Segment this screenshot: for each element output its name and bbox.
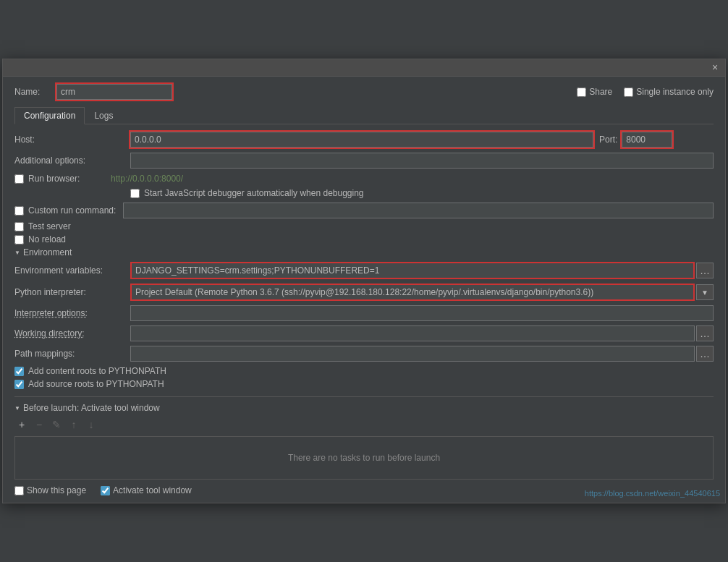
title-bar: ×: [3, 59, 725, 77]
tab-configuration[interactable]: Configuration: [14, 107, 85, 124]
run-browser-row: Run browser: http://0.0.0.0:8000/: [14, 174, 714, 184]
env-vars-row: Environment variables: …: [14, 262, 714, 279]
show-this-page-label[interactable]: Show this page: [14, 485, 86, 495]
before-launch-section: ▼ Before launch: Activate tool window + …: [14, 396, 714, 495]
interpreter-options-input[interactable]: [130, 305, 714, 321]
before-launch-triangle-icon: ▼: [14, 405, 20, 412]
activate-tool-window-checkbox[interactable]: [101, 486, 110, 495]
show-this-page-checkbox[interactable]: [14, 486, 24, 495]
before-launch-header[interactable]: ▼ Before launch: Activate tool window: [14, 403, 714, 413]
custom-run-input[interactable]: [123, 203, 714, 218]
path-mappings-label: Path mappings:: [14, 349, 130, 359]
add-source-roots-label: Add source roots to PYTHONPATH: [28, 379, 164, 389]
activate-tool-window-text: Activate tool window: [113, 485, 192, 495]
env-vars-label: Environment variables:: [14, 265, 130, 276]
single-instance-checkbox[interactable]: [624, 88, 633, 97]
env-vars-input[interactable]: [130, 262, 695, 279]
custom-run-checkbox[interactable]: [14, 206, 24, 216]
path-mappings-input[interactable]: [130, 346, 695, 362]
host-port-row: Host: Port:: [14, 132, 714, 148]
tabs: Configuration Logs: [14, 107, 714, 124]
no-reload-checkbox[interactable]: [14, 235, 24, 244]
tab-logs[interactable]: Logs: [85, 107, 122, 124]
run-browser-url: http://0.0.0.0:8000/: [111, 174, 183, 184]
additional-options-label: Additional options:: [14, 156, 130, 166]
single-instance-checkbox-label[interactable]: Single instance only: [624, 87, 714, 97]
watermark: https://blog.csdn.net/weixin_44540615: [585, 489, 720, 498]
env-vars-dots-button[interactable]: …: [696, 263, 714, 278]
working-dir-input[interactable]: [130, 325, 695, 341]
before-launch-label: Before launch: Activate tool window: [23, 403, 160, 413]
run-browser-checkbox[interactable]: [14, 174, 24, 184]
add-content-roots-row: Add content roots to PYTHONPATH: [14, 366, 714, 376]
no-reload-row: No reload: [14, 234, 714, 244]
additional-options-row: Additional options:: [14, 152, 714, 169]
close-button[interactable]: ×: [709, 62, 721, 74]
environment-triangle-icon: ▼: [14, 250, 20, 256]
name-input[interactable]: [56, 84, 172, 100]
path-mappings-row: Path mappings: …: [14, 346, 714, 362]
share-checkbox[interactable]: [577, 88, 586, 97]
python-interpreter-label: Python interpreter:: [14, 287, 130, 297]
additional-options-input[interactable]: [130, 153, 714, 169]
test-server-label: Test server: [28, 221, 71, 231]
environment-section-label: Environment: [23, 247, 72, 257]
add-content-roots-label: Add content roots to PYTHONPATH: [28, 366, 166, 376]
add-source-roots-row: Add source roots to PYTHONPATH: [14, 379, 714, 389]
port-input[interactable]: [622, 132, 672, 148]
name-row: Name: Share Single instance only: [14, 84, 714, 100]
launch-tasks-area: There are no tasks to run before launch: [14, 436, 714, 480]
js-debugger-label: Start JavaScript debugger automatically …: [144, 188, 364, 198]
python-interpreter-input[interactable]: [130, 284, 695, 301]
no-reload-label: No reload: [28, 234, 66, 244]
add-source-roots-checkbox[interactable]: [14, 380, 24, 389]
environment-section-header[interactable]: ▼ Environment: [14, 247, 714, 257]
interpreter-options-label: Interpreter options:: [14, 308, 130, 318]
test-server-row: Test server: [14, 221, 714, 231]
working-dir-dots-button[interactable]: …: [696, 325, 714, 341]
python-interpreter-dropdown-button[interactable]: ▼: [696, 284, 714, 300]
interpreter-options-row: Interpreter options:: [14, 305, 714, 321]
host-label: Host:: [14, 135, 130, 145]
move-up-task-button[interactable]: ↑: [67, 417, 81, 432]
working-dir-row: Working directory: …: [14, 325, 714, 341]
show-this-page-text: Show this page: [27, 485, 86, 495]
test-server-checkbox[interactable]: [14, 222, 24, 231]
js-debugger-checkbox[interactable]: [130, 189, 140, 198]
edit-task-button[interactable]: ✎: [49, 417, 64, 432]
run-browser-label: Run browser:: [28, 174, 108, 184]
share-checkbox-label[interactable]: Share: [577, 87, 612, 97]
add-task-button[interactable]: +: [14, 417, 29, 432]
add-content-roots-checkbox[interactable]: [14, 367, 24, 376]
python-interpreter-row: Python interpreter: ▼: [14, 284, 714, 301]
js-debugger-row: Start JavaScript debugger automatically …: [130, 188, 714, 198]
custom-run-label: Custom run command:: [28, 205, 116, 216]
before-launch-toolbar: + − ✎ ↑ ↓: [14, 417, 714, 432]
custom-run-row: Custom run command:: [14, 203, 714, 218]
remove-task-button[interactable]: −: [32, 417, 46, 432]
working-dir-label: Working directory:: [14, 328, 130, 339]
activate-tool-window-label[interactable]: Activate tool window: [101, 485, 192, 495]
port-label: Port:: [599, 135, 617, 145]
host-input[interactable]: [130, 132, 593, 148]
move-down-task-button[interactable]: ↓: [84, 417, 98, 432]
name-label: Name:: [14, 87, 51, 97]
path-mappings-dots-button[interactable]: …: [696, 346, 714, 362]
no-tasks-message: There are no tasks to run before launch: [288, 453, 440, 463]
